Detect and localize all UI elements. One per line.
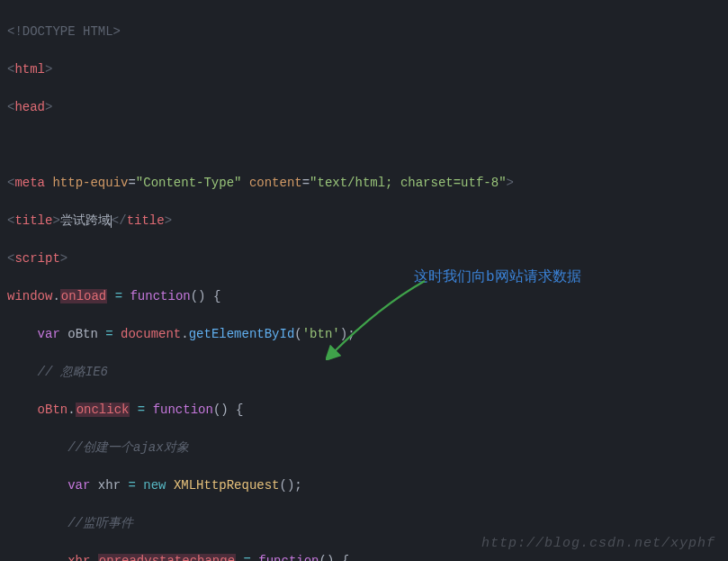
head-open-tag: head [14, 100, 45, 114]
title-tag: title [14, 213, 52, 228]
doctype: <!DOCTYPE HTML> [7, 24, 121, 39]
onready-prop: onreadystatechange [98, 554, 236, 561]
script-open: script [14, 251, 59, 266]
comment-ie6: // 忽略IE6 [38, 365, 108, 379]
watermark: http://blog.csdn.net/xyphf [481, 534, 715, 555]
annotation-text: 这时我们向b网站请求数据 [414, 267, 581, 288]
title-text: 尝试跨域 [60, 213, 111, 228]
onload-prop: onload [60, 289, 107, 303]
meta-httpequiv: http-equiv [52, 176, 128, 190]
comment-ajax: //创建一个ajax对象 [67, 440, 188, 455]
comment-listen: //监听事件 [67, 516, 133, 530]
html-open-tag: html [14, 62, 45, 77]
onclick-prop: onclick [76, 403, 130, 417]
code-editor[interactable]: <!DOCTYPE HTML> <html> <head> <meta http… [7, 4, 721, 561]
